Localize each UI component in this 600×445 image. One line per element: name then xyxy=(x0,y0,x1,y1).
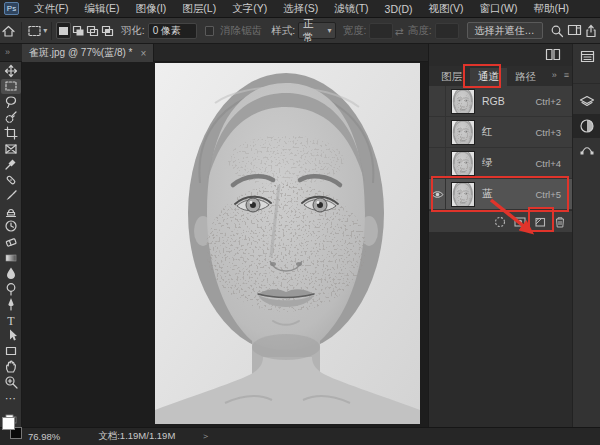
menu-select[interactable]: 选择(S) xyxy=(276,0,325,18)
tab-paths[interactable]: 路径 xyxy=(507,68,544,86)
subtract-selection-mode-button[interactable] xyxy=(86,22,101,39)
brush-tool[interactable] xyxy=(1,188,21,204)
tool-preset-caret-icon[interactable]: ▾ xyxy=(43,26,47,35)
photoshop-window: Ps 文件(F) 编辑(E) 图像(I) 图层(L) 文字(Y) 选择(S) 滤… xyxy=(0,0,600,445)
annotation-arrow xyxy=(487,198,547,248)
channel-row-rgb[interactable]: RGB Ctrl+2 xyxy=(429,86,573,117)
paths-panel-icon[interactable] xyxy=(573,138,600,162)
menu-help[interactable]: 帮助(H) xyxy=(527,0,577,18)
visibility-cell[interactable] xyxy=(429,117,446,148)
menu-window[interactable]: 窗口(W) xyxy=(473,0,525,18)
toolbar-collapse-icon[interactable]: » xyxy=(5,47,10,57)
collapse-panels-icon[interactable] xyxy=(545,48,561,61)
edit-toolbar-icon[interactable]: ⋯ xyxy=(1,390,21,406)
document-image[interactable] xyxy=(155,63,420,424)
zoom-level-field[interactable]: 76.98% xyxy=(28,431,60,442)
status-bar: 76.98% 文档:1.19M/1.19M ＞ xyxy=(0,427,600,445)
gradient-tool[interactable] xyxy=(1,250,21,266)
height-input xyxy=(435,23,459,39)
clone-stamp-tool[interactable] xyxy=(1,203,21,219)
rectangle-tool[interactable] xyxy=(1,343,21,359)
spot-healing-brush-tool[interactable] xyxy=(1,172,21,188)
height-label: 高度: xyxy=(408,24,432,38)
menu-image[interactable]: 图像(I) xyxy=(128,0,173,18)
intersect-selection-mode-button[interactable] xyxy=(100,22,115,39)
path-selection-tool[interactable] xyxy=(1,328,21,344)
frame-tool[interactable] xyxy=(1,141,21,157)
options-bar: ▾ 羽化: 0 像素 消除锯齿 样式: 正常 ▾ 宽度: ⇄ 高度: 选择并遮住… xyxy=(0,18,600,44)
select-and-mask-button[interactable]: 选择并遮住… xyxy=(467,22,543,39)
tool-bar: T ⋯ xyxy=(0,62,22,427)
zoom-tool[interactable] xyxy=(1,374,21,390)
blur-tool[interactable] xyxy=(1,265,21,281)
style-label: 样式: xyxy=(271,24,295,38)
panel-menu-icon[interactable]: ≡ xyxy=(564,70,569,80)
dodge-tool[interactable] xyxy=(1,281,21,297)
channel-row-red[interactable]: 红 Ctrl+3 xyxy=(429,117,573,148)
width-input xyxy=(369,23,393,39)
channel-name: 红 xyxy=(482,125,535,139)
close-tab-icon[interactable]: × xyxy=(141,48,147,59)
home-icon[interactable] xyxy=(0,21,17,41)
collapsed-panel-strip xyxy=(572,44,600,427)
quick-selection-tool[interactable] xyxy=(1,110,21,126)
channel-shortcut: Ctrl+3 xyxy=(535,127,561,138)
workspace-icon[interactable] xyxy=(566,21,583,41)
annotation-box-channels-tab xyxy=(463,64,501,88)
antialias-checkbox[interactable] xyxy=(205,26,214,36)
new-selection-mode-button[interactable] xyxy=(56,22,71,39)
channel-shortcut: Ctrl+2 xyxy=(535,96,561,107)
color-swatches xyxy=(2,417,24,441)
crop-tool[interactable] xyxy=(1,125,21,141)
menu-type[interactable]: 文字(Y) xyxy=(225,0,274,18)
swap-dimensions-icon: ⇄ xyxy=(395,25,404,37)
panel-dock: 图层 通道 路径 » ≡ RGB Ctrl+2 xyxy=(428,44,572,427)
panel-dock-icon[interactable] xyxy=(573,44,600,68)
document-title: 雀斑.jpg @ 77%(蓝/8) * xyxy=(29,46,133,60)
visibility-cell[interactable] xyxy=(429,86,446,117)
menu-bar: Ps 文件(F) 编辑(E) 图像(I) 图层(L) 文字(Y) 选择(S) 滤… xyxy=(0,0,600,18)
visibility-cell[interactable] xyxy=(429,148,446,179)
width-label: 宽度: xyxy=(342,24,366,38)
rectangular-marquee-tool[interactable] xyxy=(1,79,21,95)
status-popup-icon[interactable]: ＞ xyxy=(201,430,210,443)
menu-filter[interactable]: 滤镜(T) xyxy=(327,0,375,18)
menu-view[interactable]: 视图(V) xyxy=(422,0,471,18)
eraser-tool[interactable] xyxy=(1,234,21,250)
hand-tool[interactable] xyxy=(1,359,21,375)
eyedropper-tool[interactable] xyxy=(1,156,21,172)
style-value: 正常 xyxy=(303,17,319,45)
current-tool-icon[interactable] xyxy=(26,21,43,41)
style-caret-icon: ▾ xyxy=(327,26,331,35)
menu-layer[interactable]: 图层(L) xyxy=(175,0,223,18)
more-tabs-icon[interactable]: » xyxy=(552,70,557,80)
share-icon[interactable] xyxy=(583,21,600,41)
antialias-label: 消除锯齿 xyxy=(220,24,262,38)
dock-header xyxy=(429,44,573,66)
feather-input[interactable]: 0 像素 xyxy=(148,23,197,39)
history-brush-tool[interactable] xyxy=(1,219,21,235)
menu-edit[interactable]: 编辑(E) xyxy=(77,0,126,18)
channel-thumbnail[interactable] xyxy=(451,89,475,114)
type-tool[interactable]: T xyxy=(1,312,21,328)
channels-panel-icon[interactable] xyxy=(573,114,600,138)
move-tool[interactable] xyxy=(1,63,21,79)
document-tab[interactable]: 雀斑.jpg @ 77%(蓝/8) * × xyxy=(22,44,154,62)
menu-3d[interactable]: 3D(D) xyxy=(378,1,420,17)
style-select[interactable]: 正常 ▾ xyxy=(298,22,336,39)
app-logo-icon[interactable]: Ps xyxy=(4,2,19,15)
canvas-area[interactable] xyxy=(23,62,428,427)
foreground-color-swatch[interactable] xyxy=(2,417,15,430)
panel-tabs: 图层 通道 路径 » ≡ xyxy=(429,66,573,86)
add-selection-mode-button[interactable] xyxy=(71,22,86,39)
pen-tool[interactable] xyxy=(1,296,21,312)
search-icon[interactable] xyxy=(549,21,566,41)
channel-thumbnail[interactable] xyxy=(451,120,475,145)
layers-panel-icon[interactable] xyxy=(573,90,600,114)
lasso-tool[interactable] xyxy=(1,94,21,110)
channel-row-green[interactable]: 绿 Ctrl+4 xyxy=(429,148,573,179)
svg-text:T: T xyxy=(7,313,15,327)
menu-file[interactable]: 文件(F) xyxy=(27,0,75,18)
channel-thumbnail[interactable] xyxy=(451,151,475,176)
document-size-info: 文档:1.19M/1.19M xyxy=(98,430,175,443)
